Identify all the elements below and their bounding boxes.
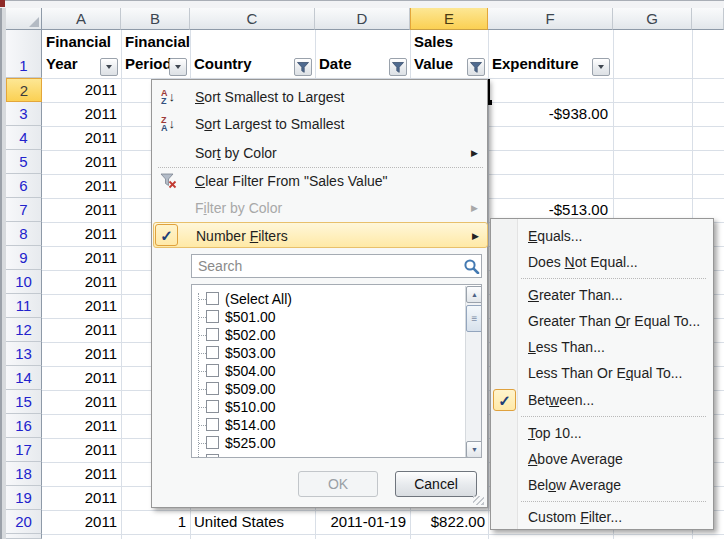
cancel-button[interactable]: Cancel	[395, 471, 477, 497]
cell-A20[interactable]: 2011	[42, 510, 117, 534]
cell-A12[interactable]: 2011	[42, 318, 117, 342]
cell-A14[interactable]: 2011	[42, 366, 117, 390]
cell-A8[interactable]: 2011	[42, 222, 117, 246]
filter-applied-button-country[interactable]	[294, 58, 312, 76]
cell-A11[interactable]: 2011	[42, 294, 117, 318]
row-header-20[interactable]: 20	[6, 510, 42, 534]
cell-A3[interactable]: 2011	[42, 102, 117, 126]
scrollbar-track[interactable]: ▲≡▼	[465, 286, 482, 458]
cell-F3[interactable]: -$938.00	[488, 102, 608, 126]
row-header-12[interactable]: 12	[6, 318, 42, 342]
column-header-d[interactable]: D	[315, 8, 410, 30]
filter-value-item[interactable]: $503.00	[194, 344, 463, 362]
value-checkbox[interactable]	[206, 346, 219, 359]
cell-C20[interactable]: United States	[194, 510, 312, 534]
column-header-overflow[interactable]	[692, 8, 724, 30]
cell-A9[interactable]: 2011	[42, 246, 117, 270]
filter-dropdown-button-financial-year[interactable]	[100, 58, 118, 76]
filter-value-item[interactable]: $501.00	[194, 308, 463, 326]
value-checkbox[interactable]	[206, 292, 219, 305]
scrollbar-thumb[interactable]: ≡	[466, 305, 482, 332]
cell-E20[interactable]: $822.00	[410, 510, 485, 534]
value-checkbox[interactable]	[206, 382, 219, 395]
submenu-item-greater-than[interactable]: Greater Than...	[492, 282, 713, 308]
filter-value-item[interactable]: $504.00	[194, 362, 463, 380]
cell-A18[interactable]: 2011	[42, 462, 117, 486]
filter-search-input[interactable]	[191, 254, 482, 278]
cell-B20[interactable]: 1	[121, 510, 186, 534]
menu-item-sort-by-color[interactable]: Sort by Color▶	[153, 140, 488, 166]
column-header-f[interactable]: F	[488, 8, 613, 30]
filter-value-item[interactable]: $502.00	[194, 326, 463, 344]
filter-applied-button-date[interactable]	[389, 58, 407, 76]
filter-applied-button-sales-value[interactable]	[467, 58, 485, 76]
row-header-3[interactable]: 3	[6, 102, 42, 126]
row-header-17[interactable]: 17	[6, 438, 42, 462]
column-header-e[interactable]: E	[410, 8, 488, 30]
row-header-18[interactable]: 18	[6, 462, 42, 486]
value-checkbox[interactable]	[206, 310, 219, 323]
submenu-item-does-not-equal[interactable]: Does Not Equal...	[492, 249, 713, 275]
scrollbar-up-button[interactable]: ▲	[466, 286, 482, 303]
filter-dropdown-button-expenditure[interactable]	[592, 58, 610, 76]
row-header-10[interactable]: 10	[6, 270, 42, 294]
submenu-item-greater-than-or-equal-to[interactable]: Greater Than Or Equal To...	[492, 308, 713, 334]
value-checkbox[interactable]	[206, 418, 219, 431]
row-header-15[interactable]: 15	[6, 390, 42, 414]
cell-A6[interactable]: 2011	[42, 174, 117, 198]
submenu-item-custom-filter[interactable]: Custom Filter...	[492, 504, 713, 530]
cell-A2[interactable]: 2011	[42, 78, 117, 102]
cell-A15[interactable]: 2011	[42, 390, 117, 414]
value-checkbox[interactable]	[206, 436, 219, 449]
cell-D20[interactable]: 2011-01-19	[315, 510, 406, 534]
menu-item-number-filters[interactable]: ✓Number Filters▶	[153, 222, 488, 248]
submenu-item-equals[interactable]: Equals...	[492, 223, 713, 249]
filter-value-item[interactable]: $525.00	[194, 434, 463, 452]
row-header-14[interactable]: 14	[6, 366, 42, 390]
submenu-item-above-average[interactable]: Above Average	[492, 446, 713, 472]
row-header-4[interactable]: 4	[6, 126, 42, 150]
row-header-2[interactable]: 2	[6, 78, 42, 102]
ok-button[interactable]: OK	[298, 471, 378, 497]
submenu-item-less-than[interactable]: Less Than...	[492, 334, 713, 360]
cell-A5[interactable]: 2011	[42, 150, 117, 174]
cell-A16[interactable]: 2011	[42, 414, 117, 438]
cell-A7[interactable]: 2011	[42, 198, 117, 222]
row-header-19[interactable]: 19	[6, 486, 42, 510]
row-header-13[interactable]: 13	[6, 342, 42, 366]
value-checkbox[interactable]	[206, 364, 219, 377]
row-header-8[interactable]: 8	[6, 222, 42, 246]
row-header-6[interactable]: 6	[6, 174, 42, 198]
filter-value-item[interactable]: $509.00	[194, 380, 463, 398]
filter-value-item[interactable]: $514.00	[194, 416, 463, 434]
submenu-item-between[interactable]: ✓Between...	[492, 387, 713, 413]
submenu-item-less-than-or-equal-to[interactable]: Less Than Or Equal To...	[492, 360, 713, 386]
cell-A13[interactable]: 2011	[42, 342, 117, 366]
cell-A17[interactable]: 2011	[42, 438, 117, 462]
cell-A4[interactable]: 2011	[42, 126, 117, 150]
column-header-c[interactable]: C	[190, 8, 315, 30]
column-header-a[interactable]: A	[42, 8, 121, 30]
menu-item-filter-by-color[interactable]: Filter by Color▶	[153, 195, 488, 221]
value-checkbox[interactable]	[206, 328, 219, 341]
row-header-16[interactable]: 16	[6, 414, 42, 438]
select-all-corner[interactable]	[6, 8, 42, 30]
row-header-7[interactable]: 7	[6, 198, 42, 222]
menu-resize-grip[interactable]	[473, 496, 484, 505]
scrollbar-down-button[interactable]: ▼	[466, 441, 482, 458]
filter-value-item[interactable]: $510.00	[194, 398, 463, 416]
column-header-g[interactable]: G	[613, 8, 692, 30]
cell-A10[interactable]: 2011	[42, 270, 117, 294]
menu-item-clear-filter-from-sales-value[interactable]: Clear Filter From "Sales Value"	[153, 168, 488, 194]
row-header-5[interactable]: 5	[6, 150, 42, 174]
submenu-item-top-10[interactable]: Top 10...	[492, 420, 713, 446]
cell-A19[interactable]: 2011	[42, 486, 117, 510]
row-header-9[interactable]: 9	[6, 246, 42, 270]
row-header-1[interactable]: 1	[6, 30, 42, 78]
value-checkbox[interactable]	[206, 400, 219, 413]
menu-item-sort-smallest-to-largest[interactable]: AZ↓Sort Smallest to Largest	[153, 84, 488, 110]
menu-item-sort-largest-to-smallest[interactable]: ZA↓Sort Largest to Smallest	[153, 111, 488, 137]
row-header-11[interactable]: 11	[6, 294, 42, 318]
submenu-item-below-average[interactable]: Below Average	[492, 472, 713, 498]
filter-value-item[interactable]: (Select All)	[194, 290, 463, 308]
